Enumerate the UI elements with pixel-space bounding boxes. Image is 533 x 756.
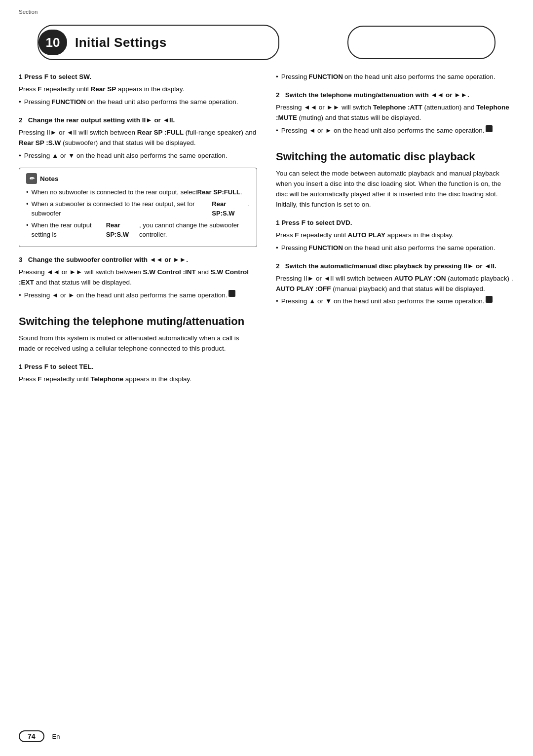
stop-icon bbox=[228, 290, 235, 297]
section-disc-para: You can select the mode between automati… bbox=[276, 169, 514, 210]
step1-tel-heading: 1 Press F to select TEL. bbox=[19, 362, 257, 372]
stop-icon-2 bbox=[486, 125, 493, 132]
title-pill: 10 Initial Settings bbox=[38, 25, 279, 60]
page-title: Initial Settings bbox=[75, 35, 167, 50]
notes-item-1: When no subwoofer is connected to the re… bbox=[26, 187, 250, 197]
page-number: 74 bbox=[19, 730, 44, 742]
section-tel-title: Switching the telephone muting/attenuati… bbox=[19, 315, 257, 329]
footer: 74 En bbox=[0, 730, 533, 742]
lang-label: En bbox=[52, 733, 60, 740]
page: Section 10 Initial Settings 1 Press F to… bbox=[0, 0, 533, 756]
section-disc-title: Switching the automatic disc playback bbox=[276, 150, 514, 164]
notes-box: ✏ Notes When no subwoofer is connected t… bbox=[19, 168, 257, 247]
step1-sw-para1: Press F repeatedly until Rear SP appears… bbox=[19, 84, 257, 95]
step2-disc-para1: Pressing II► or ◄II will switch between … bbox=[276, 274, 514, 294]
section-tel-para: Sound from this system is muted or atten… bbox=[19, 333, 257, 354]
notes-item-3: When the rear output setting is Rear SP:… bbox=[26, 220, 250, 240]
step2-rear-para1: Pressing II► or ◄II will switch between … bbox=[19, 128, 257, 148]
right-column: Pressing FUNCTION on the head unit also … bbox=[276, 72, 514, 387]
step1-sw-bullet1: Pressing FUNCTION on the head unit also … bbox=[19, 97, 257, 108]
step1-tel-para1: Press F repeatedly until Telephone appea… bbox=[19, 374, 257, 385]
step2-tel-heading: 2 Switch the telephone muting/attenuatio… bbox=[276, 90, 514, 101]
step2-disc-heading: 2 Switch the automatic/manual disc playb… bbox=[276, 261, 514, 272]
notes-header: ✏ Notes bbox=[26, 173, 250, 184]
notes-icon: ✏ bbox=[26, 173, 37, 184]
step1-dvd-para1: Press F repeatedly until AUTO PLAY appea… bbox=[276, 230, 514, 241]
step1-sw-heading: 1 Press F to select SW. bbox=[19, 72, 257, 82]
step3-sub-para1: Pressing ◄◄ or ►► will switch between S.… bbox=[19, 267, 257, 288]
step2-tel-bullet1: Pressing ◄ or ► on the head unit also pe… bbox=[276, 126, 514, 136]
section-number: 10 bbox=[38, 30, 67, 55]
stop-icon-3 bbox=[486, 296, 493, 303]
notes-item-2: When a subwoofer is connected to the rea… bbox=[26, 199, 250, 218]
header-bar: 10 Initial Settings bbox=[0, 0, 533, 60]
step2-disc-bullet1: Pressing ▲ or ▼ on the head unit also pe… bbox=[276, 296, 514, 307]
step2-rear-heading: 2 Change the rear output setting with II… bbox=[19, 115, 257, 126]
step1-dvd-heading: 1 Press F to select DVD. bbox=[276, 218, 514, 228]
step1-dvd-bullet1: Pressing FUNCTION on the head unit also … bbox=[276, 243, 514, 253]
header-right-box bbox=[347, 26, 495, 59]
step2-rear-bullet1: Pressing ▲ or ▼ on the head unit also pe… bbox=[19, 151, 257, 161]
left-column: 1 Press F to select SW. Press F repeated… bbox=[19, 72, 257, 387]
section-label: Section bbox=[19, 9, 38, 15]
step3-sub-heading: 3 Change the subwoofer controller with ◄… bbox=[19, 255, 257, 265]
notes-label: Notes bbox=[40, 175, 59, 182]
main-content: 1 Press F to select SW. Press F repeated… bbox=[0, 60, 533, 387]
step3-sub-bullet1: Pressing ◄ or ► on the head unit also pe… bbox=[19, 290, 257, 301]
tel-bullet1: Pressing FUNCTION on the head unit also … bbox=[276, 72, 514, 82]
step2-tel-para1: Pressing ◄◄ or ►► will switch Telephone … bbox=[276, 103, 514, 123]
